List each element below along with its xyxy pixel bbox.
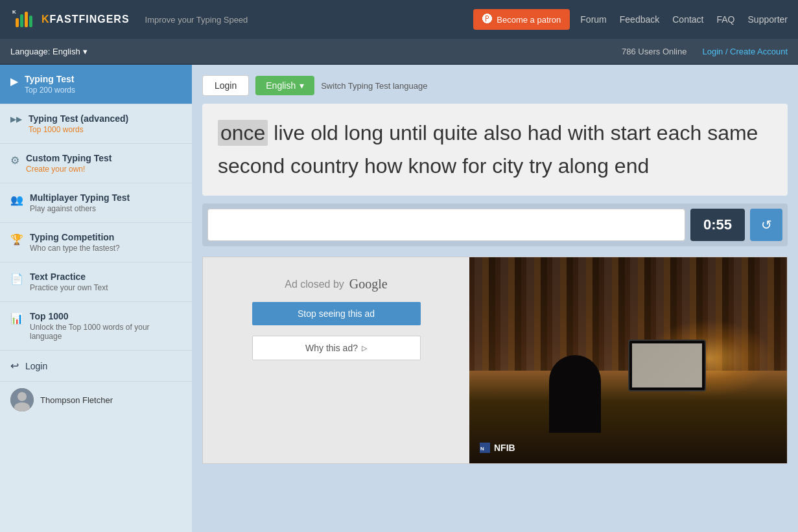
users-online: 786 Users Online — [622, 47, 687, 56]
reset-button[interactable]: ↺ — [750, 209, 782, 241]
content-area: Login English ▾ Switch Typing Test langu… — [192, 65, 798, 532]
sidebar-title-multiplayer: Multiplayer Typing Test — [30, 192, 130, 203]
google-logo-text: Google — [349, 277, 388, 292]
nav-supporter[interactable]: Supporter — [748, 14, 788, 25]
sidebar-subtitle-text-practice: Practice your own Text — [30, 283, 108, 292]
nfib-logo: N NFIB — [480, 443, 515, 453]
patron-label: Become a patron — [497, 15, 561, 25]
trophy-icon: 🏆 — [10, 233, 23, 246]
sidebar-subtitle-multiplayer: Play against others — [30, 204, 130, 213]
sidebar-subtitle-custom: Create your own! — [26, 165, 111, 174]
sidebar-login[interactable]: ↩ Login — [0, 351, 192, 382]
timer-display: 0:55 — [690, 209, 745, 241]
sidebar-item-typing-test[interactable]: ▶ Typing Test Top 200 words — [0, 65, 192, 104]
nav-links: Forum Feedback Contact FAQ Supporter — [580, 14, 788, 25]
monitor-screen — [632, 343, 702, 387]
chevron-down-icon: ▾ — [83, 47, 88, 56]
why-ad-label: Why this ad? — [305, 343, 358, 353]
sidebar-subtitle-typing-test: Top 200 words — [25, 86, 75, 95]
patron-icon: 🅟 — [482, 14, 493, 25]
sidebar-profile: Thompson Fletcher — [0, 382, 192, 418]
nav-forum[interactable]: Forum — [580, 14, 606, 25]
gear-icon: ⚙ — [10, 154, 19, 167]
profile-name: Thompson Fletcher — [40, 395, 113, 405]
svg-text:K: K — [12, 9, 16, 15]
typing-words: once live old long until quite also had … — [218, 117, 772, 183]
nav-faq[interactable]: FAQ — [717, 14, 735, 25]
input-row: 0:55 ↺ — [202, 203, 788, 246]
sidebar-subtitle-advanced: Top 1000 words — [29, 125, 128, 134]
logo-text: KFASTFINGERS — [41, 14, 130, 25]
people-icon: 👥 — [10, 194, 23, 206]
typing-area: once live old long until quite also had … — [202, 104, 788, 196]
desk-scene-image — [469, 257, 787, 463]
sidebar-title-competition: Typing Competition — [30, 232, 120, 242]
sidebar-title-advanced: Typing Test (advanced) — [29, 113, 128, 124]
nfib-text: NFIB — [494, 443, 515, 453]
double-play-icon: ▶▶ — [10, 115, 22, 124]
sidebar-item-competition[interactable]: 🏆 Typing Competition Who can type the fa… — [0, 223, 192, 262]
ad-area: Ad closed by Google Stop seeing this ad … — [202, 257, 788, 464]
ad-left-panel: Ad closed by Google Stop seeing this ad … — [203, 257, 469, 463]
chart-icon: 📊 — [10, 312, 23, 325]
sidebar-item-custom[interactable]: ⚙ Custom Typing Test Create your own! — [0, 144, 192, 183]
svg-rect-4 — [29, 16, 32, 27]
ad-right-panel: SEMRUSH D▶ CLOSE AD — [469, 257, 787, 463]
why-this-ad-button[interactable]: Why this ad? ▷ — [252, 336, 421, 360]
logo-brand: FASTFINGERS — [50, 14, 130, 25]
content-login-button[interactable]: Login — [202, 75, 249, 96]
document-icon: 📄 — [10, 273, 23, 285]
language-label: Language: English — [10, 47, 80, 56]
svg-rect-2 — [20, 14, 23, 27]
english-label: English — [266, 80, 296, 91]
tagline: Improve your Typing Speed — [145, 15, 248, 25]
patron-button[interactable]: 🅟 Become a patron — [473, 9, 570, 30]
switch-language-text: Switch Typing Test language — [321, 81, 427, 91]
sidebar-item-typing-test-advanced[interactable]: ▶▶ Typing Test (advanced) Top 1000 words — [0, 104, 192, 144]
sidebar-item-multiplayer[interactable]: 👥 Multiplayer Typing Test Play against o… — [0, 183, 192, 223]
main-layout: ▶ Typing Test Top 200 words ▶▶ Typing Te… — [0, 65, 798, 532]
dropdown-arrow-icon: ▾ — [299, 80, 304, 91]
login-create-link[interactable]: Login / Create Account — [702, 47, 788, 56]
play-icon-small: ▷ — [362, 344, 367, 353]
logo-area: K KFASTFINGERS — [10, 6, 130, 32]
play-icon: ▶ — [10, 75, 18, 87]
svg-point-7 — [18, 392, 27, 401]
refresh-icon: ↺ — [761, 217, 772, 233]
sidebar-login-label: Login — [25, 361, 47, 371]
sidebar-subtitle-top1000: Unlock the Top 1000 words of your langua… — [30, 323, 182, 341]
language-selector[interactable]: Language: English ▾ — [10, 47, 88, 56]
monitor — [628, 340, 706, 391]
avatar — [10, 388, 34, 411]
nav-feedback[interactable]: Feedback — [620, 14, 659, 25]
person-silhouette — [549, 355, 601, 433]
content-topbar: Login English ▾ Switch Typing Test langu… — [202, 75, 788, 96]
english-language-button[interactable]: English ▾ — [255, 76, 314, 95]
svg-rect-1 — [16, 18, 19, 27]
subbar: Language: English ▾ 786 Users Online Log… — [0, 39, 798, 65]
current-word: once — [218, 120, 268, 146]
svg-text:N: N — [480, 446, 484, 452]
sidebar-item-top1000[interactable]: 📊 Top 1000 Unlock the Top 1000 words of … — [0, 302, 192, 351]
login-icon: ↩ — [10, 360, 19, 372]
sidebar-title-text-practice: Text Practice — [30, 272, 108, 282]
nav-contact[interactable]: Contact — [672, 14, 703, 25]
logo-icon: K — [10, 6, 36, 32]
svg-rect-3 — [25, 12, 28, 27]
ad-closed-text: Ad closed by Google — [285, 277, 388, 292]
navbar: K KFASTFINGERS Improve your Typing Speed… — [0, 0, 798, 39]
typing-input[interactable] — [207, 209, 685, 241]
sidebar-subtitle-competition: Who can type the fastest? — [30, 244, 120, 253]
sidebar: ▶ Typing Test Top 200 words ▶▶ Typing Te… — [0, 65, 192, 532]
sidebar-item-text-practice[interactable]: 📄 Text Practice Practice your own Text — [0, 262, 192, 302]
ad-closed-label: Ad closed by — [285, 279, 344, 290]
stop-seeing-button[interactable]: Stop seeing this ad — [252, 302, 421, 325]
sidebar-title-custom: Custom Typing Test — [26, 153, 111, 163]
sidebar-title-top1000: Top 1000 — [30, 311, 182, 321]
nfib-icon: N — [480, 443, 490, 453]
sidebar-title-typing-test: Typing Test — [25, 74, 75, 84]
